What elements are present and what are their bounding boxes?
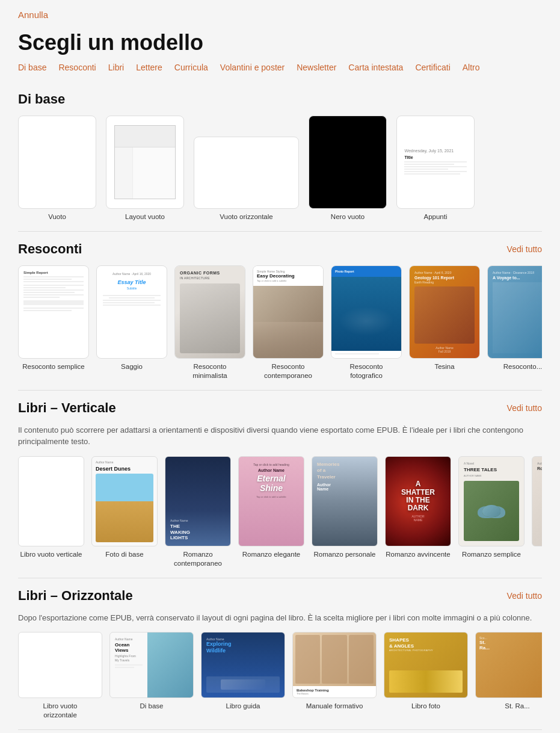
label-resoconto-semplice: Resoconto semplice <box>22 362 85 371</box>
label-libro-foto: Libro foto <box>411 702 440 711</box>
thumb-resoconto-contemporaneo: Simple Home Styling Easy Decorating Tap … <box>253 265 324 359</box>
template-libro-vuoto-verticale[interactable]: Libro vuoto verticale <box>18 456 84 568</box>
label-romanzo-contemporaneo: Romanzo contemporaneo <box>174 550 222 568</box>
label-romanzo-avvincente: Romanzo avvincente <box>386 550 450 559</box>
thumb-romanzo-avvincente: ASHATTERIN THEDARK AUTHORNAME <box>385 456 451 546</box>
template-libriorz-extra[interactable]: Sco... St.Ra... St. Ra... <box>475 632 542 720</box>
nav-lettere[interactable]: Lettere <box>136 63 162 72</box>
label-romanzo-semplice: Romanzo semplice <box>462 550 521 559</box>
thumb-tesina: Author Name · April 6, 2020 Geology 101 … <box>409 265 480 359</box>
nav-volantini[interactable]: Volantini e poster <box>220 63 285 72</box>
thumb-resoconto-semplice: Simple Report <box>18 265 89 359</box>
template-romanzo-semplice[interactable]: A Novel THREE TALES AUTHOR NAME Romanzo … <box>458 456 525 568</box>
thumb-libro-vuoto-orizzontale <box>18 632 102 698</box>
label-foto-di-base: Foto di base <box>105 550 143 559</box>
thumb-romanzo-extra: Author Name Rom... <box>532 456 542 546</box>
thumb-saggio: Author Name · April 16, 2020 Essay Title… <box>96 265 167 359</box>
nav-dibase[interactable]: Di base <box>18 63 46 72</box>
thumb-resoconto-extra: Author Name · Clearance 2018 A Voyage to… <box>487 265 542 359</box>
thumb-manuale-formativo: Bakeshop Training The Basics <box>292 632 377 698</box>
template-resoconto-contemporaneo[interactable]: Simple Home Styling Easy Decorating Tap … <box>253 265 324 380</box>
template-vuoto[interactable]: Vuoto <box>18 116 96 221</box>
nav-newsletter[interactable]: Newsletter <box>297 63 336 72</box>
annulla-button[interactable]: Annulla <box>18 10 48 20</box>
template-saggio[interactable]: Author Name · April 16, 2020 Essay Title… <box>96 265 167 380</box>
template-appunti[interactable]: Wednesday, July 15, 2021 Title Appunti <box>396 116 475 221</box>
label-dibase-librorz: Di base <box>140 702 164 711</box>
label-romanzo-personale: Romanzo personale <box>314 550 376 559</box>
label-appunti: Appunti <box>423 212 447 221</box>
nav-certificati[interactable]: Certificati <box>415 63 450 72</box>
thumb-dibase-librorz: Author Name OceanViews Highlights FromMy… <box>109 632 194 698</box>
template-libro-foto[interactable]: SHAPES& ANGLES Architectural Photography… <box>384 632 468 720</box>
template-libro-vuoto-orizzontale[interactable]: Libro vuoto orizzontale <box>18 632 102 720</box>
section-libri-verticale: Libri – Verticale Vedi tutto Il contenut… <box>0 391 560 578</box>
label-manuale-formativo: Manuale formativo <box>306 702 363 711</box>
libriorizzontale-title: Libri – Orizzontale <box>18 588 133 604</box>
section-libri-orizzontale: Libri – Orizzontale Vedi tutto Dopo l'es… <box>0 578 560 729</box>
resoconti-templates-row: Simple Report Resoconto semplice <box>18 265 542 380</box>
thumb-romanzo-elegante: Tap or click to add heading Author Name … <box>238 456 304 546</box>
libriverticale-title: Libri – Verticale <box>18 400 116 416</box>
label-resoconto-fotografico: Resoconto fotografico <box>333 362 399 380</box>
template-foto-di-base[interactable]: Author Name Desert Dunes Foto di base <box>91 456 158 568</box>
thumb-appunti: Wednesday, July 15, 2021 Title <box>396 116 475 209</box>
template-vuoto-orizzontale[interactable]: Vuoto orizzontale <box>194 137 299 221</box>
thumb-foto-di-base: Author Name Desert Dunes <box>91 456 158 546</box>
template-resoconto-fotografico[interactable]: Photo Report Resoconto fotografico <box>331 265 402 380</box>
template-resoconto-semplice[interactable]: Simple Report Resoconto semplice <box>18 265 89 380</box>
nav-carta[interactable]: Carta intestata <box>348 63 403 72</box>
page-title: Scegli un modello <box>0 25 560 63</box>
template-romanzo-contemporaneo[interactable]: Author Name THEWAKINGLIGHTS Romanzo cont… <box>165 456 231 568</box>
dibase-title: Di base <box>18 91 65 107</box>
section-resoconti: Resoconti Vedi tutto Simple Report <box>0 232 560 390</box>
label-tesina: Tesina <box>434 362 454 371</box>
label-libro-vuoto-orizzontale: Libro vuoto orizzontale <box>27 702 93 720</box>
libriverticale-vedi-tutto[interactable]: Vedi tutto <box>507 403 542 413</box>
libriorizzontale-desc: Dopo l'esportazione come EPUB, verrà con… <box>18 612 542 624</box>
thumb-layout-vuoto <box>106 116 184 209</box>
template-libro-guida[interactable]: Author Name ExploringWildlife Libro guid… <box>201 632 285 720</box>
thumb-vuoto <box>18 116 96 209</box>
resoconti-vedi-tutto[interactable]: Vedi tutto <box>507 244 542 254</box>
label-resoconto-extra: Resoconto... <box>503 362 542 371</box>
template-romanzo-elegante[interactable]: Tap or click to add heading Author Name … <box>238 456 304 568</box>
nav-altro[interactable]: Altro <box>463 63 480 72</box>
category-nav: Di base Resoconti Libri Lettere Curricul… <box>0 63 560 82</box>
thumb-romanzo-personale: Memoriesof aTraveler AuthorName <box>312 456 378 546</box>
label-layout-vuoto: Layout vuoto <box>125 212 165 221</box>
libriverticale-desc: Il contenuto può scorrere per adattarsi … <box>18 424 542 448</box>
template-romanzo-avvincente[interactable]: ASHATTERIN THEDARK AUTHORNAME Romanzo av… <box>385 456 451 568</box>
template-nero-vuoto[interactable]: Nero vuoto <box>309 116 387 221</box>
nav-curricula[interactable]: Curricula <box>174 63 208 72</box>
thumb-resoconto-fotografico: Photo Report <box>331 265 402 359</box>
label-libriorz-extra: St. Ra... <box>505 702 530 711</box>
resoconti-title: Resoconti <box>18 241 82 257</box>
label-libro-vuoto-verticale: Libro vuoto verticale <box>20 550 82 559</box>
template-manuale-formativo[interactable]: Bakeshop Training The Basics Manuale for… <box>292 632 377 720</box>
thumb-libriorz-extra: Sco... St.Ra... <box>475 632 542 698</box>
template-resoconto-minimalista[interactable]: ORGANIC FORMS IN ARCHITECTURE Resoconto … <box>174 265 245 380</box>
template-romanzo-personale[interactable]: Memoriesof aTraveler AuthorName Romanzo … <box>312 456 378 568</box>
libriorizzontale-vedi-tutto[interactable]: Vedi tutto <box>507 591 542 601</box>
thumb-nero-vuoto <box>309 116 387 209</box>
top-bar: Annulla <box>0 0 560 25</box>
template-layout-vuoto[interactable]: Layout vuoto <box>106 116 184 221</box>
thumb-libro-guida: Author Name ExploringWildlife <box>201 632 285 698</box>
section-dibase: Di base Vuoto Layout vuoto Vuot <box>0 82 560 231</box>
label-resoconto-contemporaneo: Resoconto contemporaneo <box>264 362 312 380</box>
section-lettere: Lettere Vedi tutto <box>0 730 560 733</box>
template-dibase-librorz[interactable]: Author Name OceanViews Highlights FromMy… <box>109 632 194 720</box>
thumb-romanzo-semplice: A Novel THREE TALES AUTHOR NAME <box>458 456 525 546</box>
template-romanzo-extra[interactable]: Author Name Rom... Rom... <box>532 456 542 568</box>
label-nero-vuoto: Nero vuoto <box>331 212 365 221</box>
nav-resoconti[interactable]: Resoconti <box>58 63 96 72</box>
template-resoconto-extra[interactable]: Author Name · Clearance 2018 A Voyage to… <box>487 265 542 380</box>
label-libro-guida: Libro guida <box>226 702 260 711</box>
libriverticale-templates-row: Libro vuoto verticale Author Name Desert… <box>18 456 542 568</box>
label-resoconto-minimalista: Resoconto minimalista <box>177 362 243 380</box>
thumb-romanzo-contemporaneo: Author Name THEWAKINGLIGHTS <box>165 456 231 546</box>
template-tesina[interactable]: Author Name · April 6, 2020 Geology 101 … <box>409 265 480 380</box>
dibase-templates-row: Vuoto Layout vuoto Vuoto orizzontale <box>18 116 542 221</box>
nav-libri[interactable]: Libri <box>108 63 124 72</box>
